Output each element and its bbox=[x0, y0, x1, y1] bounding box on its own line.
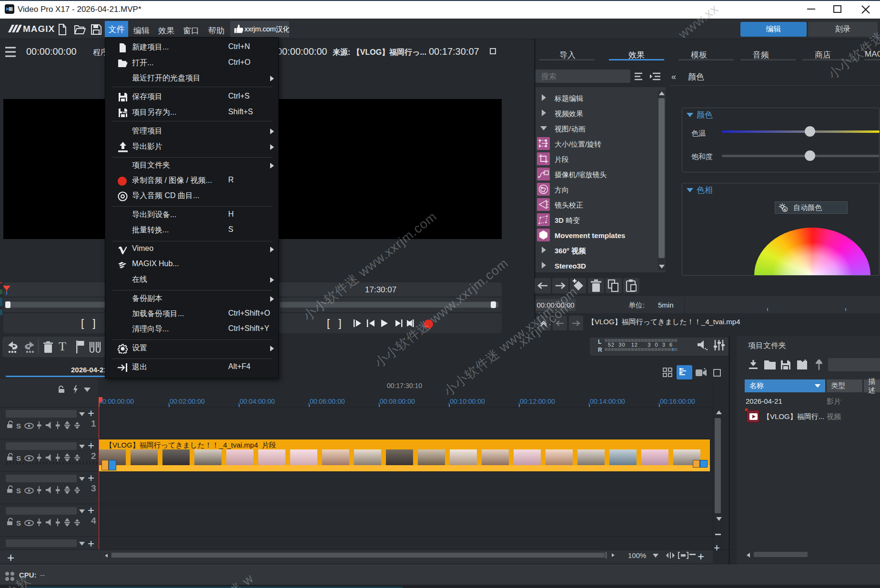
svg-text:MAGIX: MAGIX bbox=[23, 24, 55, 34]
svg-text:S: S bbox=[16, 422, 21, 430]
svg-text:K: K bbox=[784, 208, 787, 212]
svg-text:S: S bbox=[16, 519, 21, 527]
svg-text:S: S bbox=[16, 487, 21, 495]
svg-text:S: S bbox=[16, 454, 21, 462]
